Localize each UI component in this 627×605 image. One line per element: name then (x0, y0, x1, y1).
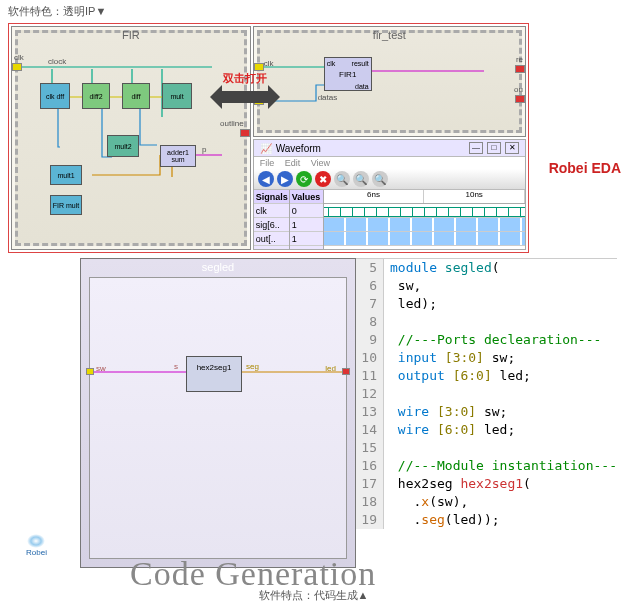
waveform-titlebar[interactable]: 📈 Waveform — □ ✕ (254, 140, 525, 157)
brand-label: Robei EDA (549, 160, 621, 176)
block-mult2[interactable]: mult2 (107, 135, 139, 157)
pin-test-ou[interactable] (515, 95, 525, 103)
pin-led[interactable] (342, 368, 350, 375)
waveform-icon: 📈 (260, 143, 272, 154)
line-number: 18 (356, 493, 384, 511)
code-line: 5module segled( (356, 259, 617, 277)
code-text: input [3:0] sw; (390, 349, 515, 367)
code-line: 13 wire [3:0] sw; (356, 403, 617, 421)
line-number: 11 (356, 367, 384, 385)
block-clk-dff[interactable]: clk dff (40, 83, 70, 109)
tool-zoom-fit-icon[interactable]: 🔍 (372, 171, 388, 187)
block-mult1[interactable]: mult1 (50, 165, 82, 185)
robei-logo-text: Robei (26, 548, 47, 557)
tool-prev-icon[interactable]: ◀ (258, 171, 274, 187)
code-line: 7 led); (356, 295, 617, 313)
val-clk: 0 (290, 204, 323, 218)
port-x-label: s (174, 362, 178, 371)
code-text: wire [3:0] sw; (390, 403, 507, 421)
sig-clk[interactable]: clk (254, 204, 289, 218)
block-diff2[interactable]: diff2 (82, 83, 110, 109)
fir1-port-data: data (355, 83, 369, 90)
pin-test-clk[interactable] (254, 63, 264, 71)
menu-file[interactable]: File (260, 158, 275, 168)
code-line: 16 //---Module instantiation--- (356, 457, 617, 475)
pin-outline[interactable] (240, 129, 250, 137)
ruler-10ns: 10ns (424, 190, 525, 203)
code-line: 6 sw, (356, 277, 617, 295)
line-number: 16 (356, 457, 384, 475)
code-line: 9 //---Ports declearation--- (356, 331, 617, 349)
pin-test-re[interactable] (515, 65, 525, 73)
robei-logo-icon (27, 534, 45, 548)
menu-view[interactable]: View (311, 158, 330, 168)
p-label: p (202, 145, 206, 154)
minimize-button[interactable]: — (469, 142, 483, 154)
val-out: 1 (290, 232, 323, 246)
code-text: .x(sw), (390, 493, 468, 511)
line-number: 9 (356, 331, 384, 349)
fir-test-panel[interactable]: fir_test clk sig clk result FIR1 data da… (253, 26, 526, 137)
code-line: 8 (356, 313, 617, 331)
line-number: 5 (356, 259, 384, 277)
val-sig: 1 (290, 218, 323, 232)
pin-sw[interactable] (86, 368, 94, 375)
fir-test-title: fir_test (254, 27, 525, 43)
pin-test-clk-label: clk (264, 59, 274, 68)
code-text: .seg(led)); (390, 511, 500, 529)
code-line: 10 input [3:0] sw; (356, 349, 617, 367)
segled-panel[interactable]: segled sw s hex2seg1 seg led (80, 258, 356, 568)
tool-zoom-out-icon[interactable]: 🔍 (334, 171, 350, 187)
line-number: 10 (356, 349, 384, 367)
double-click-arrow: 双击打开 (210, 85, 280, 109)
pin-test-ou-label: ou (514, 85, 523, 94)
code-line: 14 wire [6:0] led; (356, 421, 617, 439)
line-number: 12 (356, 385, 384, 403)
maximize-button[interactable]: □ (487, 142, 501, 154)
pin-clk[interactable] (12, 63, 22, 71)
pin-clk-label: clk (14, 53, 24, 62)
sig-sig[interactable]: sig[6.. (254, 218, 289, 232)
code-line: 15 (356, 439, 617, 457)
fir1-port-clk: clk (327, 60, 336, 67)
tool-refresh-icon[interactable]: ⟳ (296, 171, 312, 187)
block-fir1[interactable]: clk result FIR1 data (324, 57, 372, 91)
waveform-title: Waveform (276, 143, 321, 154)
line-number: 15 (356, 439, 384, 457)
waveform-panel: 📈 Waveform — □ ✕ File Edit View ◀ ▶ ⟳ ✖ … (253, 139, 526, 250)
top-caption: 软件特色：透明IP▼ (0, 0, 627, 23)
code-line: 11 output [6:0] led; (356, 367, 617, 385)
line-number: 14 (356, 421, 384, 439)
tool-stop-icon[interactable]: ✖ (315, 171, 331, 187)
block-diff[interactable]: diff (122, 83, 150, 109)
line-number: 19 (356, 511, 384, 529)
line-number: 8 (356, 313, 384, 331)
col-values: Values (290, 190, 323, 204)
tool-zoom-in-icon[interactable]: 🔍 (353, 171, 369, 187)
segled-nets (90, 278, 390, 428)
waveform-canvas[interactable]: 6ns 10ns (324, 190, 525, 249)
code-line: 18 .x(sw), (356, 493, 617, 511)
waveform-toolbar: ◀ ▶ ⟳ ✖ 🔍 🔍 🔍 (254, 169, 525, 190)
sig-out[interactable]: out[.. (254, 232, 289, 246)
code-text: //---Ports declearation--- (390, 331, 601, 349)
line-number: 13 (356, 403, 384, 421)
outline-label: outline (220, 119, 244, 128)
code-text: output [6:0] led; (390, 367, 531, 385)
menu-edit[interactable]: Edit (285, 158, 301, 168)
wave-sig (324, 218, 525, 232)
fir1-port-result: result (352, 60, 369, 67)
block-fir-mult[interactable]: FIR mult (50, 195, 82, 215)
block-mult[interactable]: mult (162, 83, 192, 109)
close-button[interactable]: ✕ (505, 142, 519, 154)
block-hex2seg1[interactable]: hex2seg1 (186, 356, 242, 392)
code-pane[interactable]: 5module segled(6 sw,7 led);89 //---Ports… (356, 258, 617, 568)
line-number: 7 (356, 295, 384, 313)
bottom-caption: 软件特点：代码生成▲ (0, 586, 627, 605)
segled-title: segled (81, 259, 355, 275)
code-line: 12 (356, 385, 617, 403)
tool-next-icon[interactable]: ▶ (277, 171, 293, 187)
wave-out (324, 232, 525, 246)
fir-panel[interactable]: FIR clk clock clk dff diff2 diff mult mu… (11, 26, 251, 250)
block-adder[interactable]: adder1 sum (160, 145, 196, 167)
